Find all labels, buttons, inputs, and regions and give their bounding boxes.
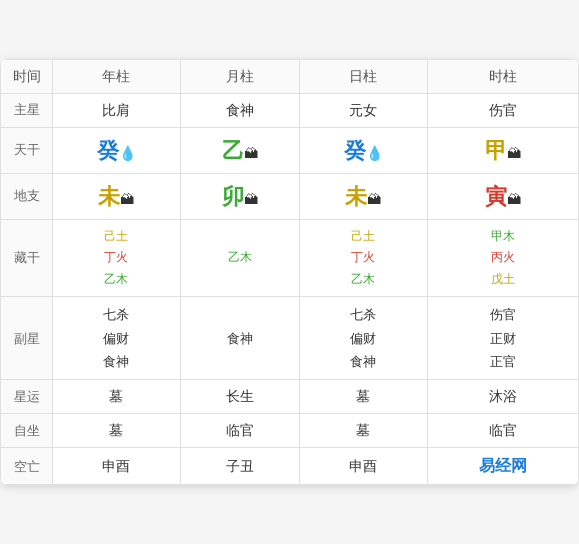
fx-nian-1: 七杀 [103, 307, 129, 322]
xingyun-row: 星运 墓 长生 墓 沐浴 [1, 380, 579, 414]
tiangan-shi: 甲🏔 [427, 127, 578, 173]
zizuo-ri: 墓 [300, 414, 428, 448]
bazi-table: 时间 年柱 月柱 日柱 时柱 主星 比肩 食神 元女 伤官 天干 癸💧 乙🏔 癸… [0, 59, 579, 486]
tiangan-yue-char: 乙 [222, 138, 244, 163]
tiangan-row: 天干 癸💧 乙🏔 癸💧 甲🏔 [1, 127, 579, 173]
fuxing-nian: 七杀 偏财 食神 [53, 297, 181, 380]
dizhi-ri: 未🏔 [300, 173, 428, 219]
cg-shi-2: 丙火 [491, 250, 515, 264]
fx-nian-2: 偏财 [103, 331, 129, 346]
tiangan-nian-char: 癸 [97, 138, 119, 163]
tiangan-ri: 癸💧 [300, 127, 428, 173]
fx-nian-3: 食神 [103, 354, 129, 369]
xingyun-nian: 墓 [53, 380, 181, 414]
fx-shi-2: 正财 [490, 331, 516, 346]
xingyun-yue: 长生 [180, 380, 300, 414]
tiangan-yue: 乙🏔 [180, 127, 300, 173]
cg-yue-1: 乙木 [228, 250, 252, 264]
header-row: 时间 年柱 月柱 日柱 时柱 [1, 59, 579, 93]
fx-ri-1: 七杀 [350, 307, 376, 322]
zizuo-shi: 临官 [427, 414, 578, 448]
fx-shi-3: 正官 [490, 354, 516, 369]
tiangan-label: 天干 [1, 127, 53, 173]
kongwang-shi: 易经网 [427, 448, 578, 485]
xingyun-label: 星运 [1, 380, 53, 414]
header-col2: 月柱 [180, 59, 300, 93]
tiangan-nian-emoji: 💧 [119, 146, 136, 161]
zhuxing-label: 主星 [1, 93, 53, 127]
zhuxing-ri: 元女 [300, 93, 428, 127]
dizhi-nian: 未🏔 [53, 173, 181, 219]
canggan-row: 藏干 己土 丁火 乙木 乙木 己土 丁火 乙木 甲木 丙火 戊土 [1, 219, 579, 297]
fuxing-yue: 食神 [180, 297, 300, 380]
canggan-label: 藏干 [1, 219, 53, 297]
canggan-yue: 乙木 [180, 219, 300, 297]
zhuxing-row: 主星 比肩 食神 元女 伤官 [1, 93, 579, 127]
dizhi-yue-char: 卯 [222, 184, 244, 209]
fx-ri-2: 偏财 [350, 331, 376, 346]
dizhi-nian-char: 未 [98, 184, 120, 209]
main-card: 时间 年柱 月柱 日柱 时柱 主星 比肩 食神 元女 伤官 天干 癸💧 乙🏔 癸… [0, 59, 579, 486]
dizhi-nian-emoji: 🏔 [120, 192, 134, 207]
cg-nian-1: 己土 [104, 229, 128, 243]
dizhi-row: 地支 未🏔 卯🏔 未🏔 寅🏔 [1, 173, 579, 219]
kongwang-ri: 申酉 [300, 448, 428, 485]
zizuo-yue: 临官 [180, 414, 300, 448]
dizhi-shi-char: 寅 [485, 184, 507, 209]
dizhi-shi-emoji: 🏔 [507, 192, 521, 207]
header-col4: 时柱 [427, 59, 578, 93]
fx-ri-3: 食神 [350, 354, 376, 369]
zizuo-row: 自坐 墓 临官 墓 临官 [1, 414, 579, 448]
canggan-shi: 甲木 丙火 戊土 [427, 219, 578, 297]
fx-shi-1: 伤官 [490, 307, 516, 322]
kongwang-label: 空亡 [1, 448, 53, 485]
kongwang-nian: 申酉 [53, 448, 181, 485]
zizuo-nian: 墓 [53, 414, 181, 448]
fuxing-row: 副星 七杀 偏财 食神 食神 七杀 偏财 食神 伤官 正财 正官 [1, 297, 579, 380]
canggan-nian: 己土 丁火 乙木 [53, 219, 181, 297]
header-col0: 时间 [1, 59, 53, 93]
tiangan-shi-char: 甲 [485, 138, 507, 163]
cg-ri-3: 乙木 [351, 272, 375, 286]
cg-shi-3: 戊土 [491, 272, 515, 286]
cg-nian-2: 丁火 [104, 250, 128, 264]
dizhi-label: 地支 [1, 173, 53, 219]
kongwang-shi-text: 易经网 [479, 457, 527, 474]
header-col3: 日柱 [300, 59, 428, 93]
tiangan-ri-emoji: 💧 [366, 146, 383, 161]
dizhi-shi: 寅🏔 [427, 173, 578, 219]
fuxing-ri: 七杀 偏财 食神 [300, 297, 428, 380]
cg-ri-2: 丁火 [351, 250, 375, 264]
tiangan-yue-emoji: 🏔 [244, 146, 258, 161]
cg-shi-1: 甲木 [491, 229, 515, 243]
cg-nian-3: 乙木 [104, 272, 128, 286]
zhuxing-yue: 食神 [180, 93, 300, 127]
kongwang-yue: 子丑 [180, 448, 300, 485]
tiangan-shi-emoji: 🏔 [507, 146, 521, 161]
xingyun-shi: 沐浴 [427, 380, 578, 414]
canggan-ri: 己土 丁火 乙木 [300, 219, 428, 297]
tiangan-nian: 癸💧 [53, 127, 181, 173]
header-col1: 年柱 [53, 59, 181, 93]
dizhi-yue: 卯🏔 [180, 173, 300, 219]
zhuxing-nian: 比肩 [53, 93, 181, 127]
tiangan-ri-char: 癸 [344, 138, 366, 163]
zizuo-label: 自坐 [1, 414, 53, 448]
fuxing-label: 副星 [1, 297, 53, 380]
fx-yue-1: 食神 [227, 331, 253, 346]
dizhi-ri-emoji: 🏔 [367, 192, 381, 207]
cg-ri-1: 己土 [351, 229, 375, 243]
fuxing-shi: 伤官 正财 正官 [427, 297, 578, 380]
zhuxing-shi: 伤官 [427, 93, 578, 127]
xingyun-ri: 墓 [300, 380, 428, 414]
dizhi-yue-emoji: 🏔 [244, 192, 258, 207]
dizhi-ri-char: 未 [345, 184, 367, 209]
kongwang-row: 空亡 申酉 子丑 申酉 易经网 [1, 448, 579, 485]
